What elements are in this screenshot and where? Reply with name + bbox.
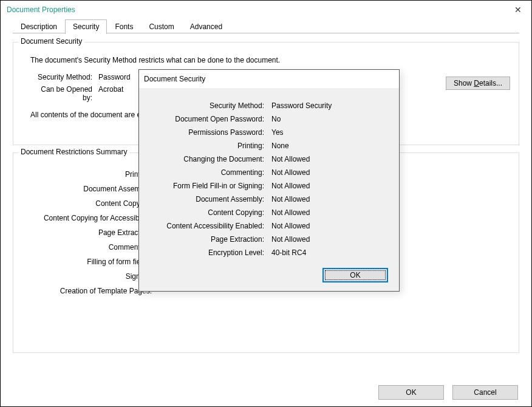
group-legend: Document Security <box>18 37 84 46</box>
tab-custom[interactable]: Custom <box>141 19 182 33</box>
group-legend: Document Restrictions Summary <box>18 148 129 156</box>
security-method-label: Security Method: <box>30 73 98 81</box>
show-details-button[interactable]: Show Details... <box>446 77 510 90</box>
modal-row: Document Assembly:Not Allowed <box>150 195 388 204</box>
dialog-ok-button[interactable]: OK <box>322 268 388 282</box>
modal-row: Encryption Level:40-bit RC4 <box>150 248 388 257</box>
modal-row: Security Method:Password Security <box>150 101 388 110</box>
dialog-button-row: OK <box>150 262 388 282</box>
modal-row: Form Field Fill-in or Signing:Not Allowe… <box>150 182 388 190</box>
modal-row: Changing the Document:Not Allowed <box>150 155 388 163</box>
close-button[interactable]: ✕ <box>504 1 531 19</box>
dialog-button-bar: OK Cancel <box>1 378 531 406</box>
security-intro-text: The document's Security Method restricts… <box>30 56 510 64</box>
dialog-title: Document Security <box>139 70 399 88</box>
modal-row: Permissions Password:Yes <box>150 128 388 137</box>
cancel-button[interactable]: Cancel <box>452 385 518 400</box>
opened-by-label: Can be Opened by: <box>30 85 98 102</box>
tab-row: Description Security Fonts Custom Advanc… <box>1 19 531 33</box>
document-security-dialog: Document Security Security Method:Passwo… <box>138 69 400 292</box>
window-title: Document Properties <box>7 5 75 14</box>
tab-description[interactable]: Description <box>13 19 65 33</box>
modal-row: Printing:None <box>150 142 388 150</box>
titlebar: Document Properties ✕ <box>1 1 531 19</box>
modal-row: Content Accessibility Enabled:Not Allowe… <box>150 222 388 230</box>
tab-security[interactable]: Security <box>65 19 107 34</box>
close-icon: ✕ <box>514 5 522 15</box>
tab-fonts[interactable]: Fonts <box>107 19 141 33</box>
document-properties-window: Document Properties ✕ Description Securi… <box>0 0 532 407</box>
ok-button[interactable]: OK <box>378 385 444 400</box>
dialog-body: Security Method:Password Security Docume… <box>139 88 399 291</box>
modal-row: Page Extraction:Not Allowed <box>150 235 388 244</box>
modal-row: Content Copying:Not Allowed <box>150 208 388 217</box>
modal-row: Commenting:Not Allowed <box>150 168 388 177</box>
tab-advanced[interactable]: Advanced <box>182 19 230 33</box>
modal-row: Document Open Password:No <box>150 115 388 123</box>
